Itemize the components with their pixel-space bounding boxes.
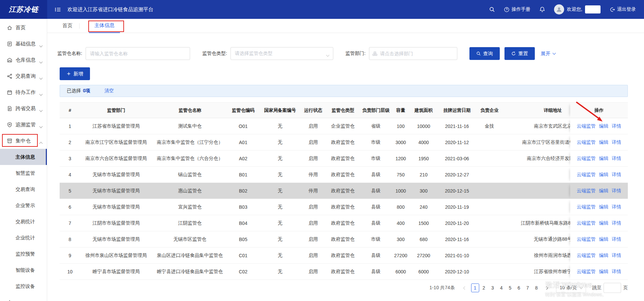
action-detail-link[interactable]: 详情 xyxy=(612,139,621,145)
action-cloud-supervision-link[interactable]: 云端监管 xyxy=(577,123,596,129)
page-jump-input[interactable] xyxy=(604,283,621,293)
action-cloud-supervision-link[interactable]: 云端监管 xyxy=(577,188,596,193)
action-detail-link[interactable]: 详情 xyxy=(612,123,621,129)
sidebar-item-trace-supervision[interactable]: 追溯监管 xyxy=(0,116,47,133)
action-cloud-supervision-link[interactable]: 云端监管 xyxy=(577,269,596,274)
sidebar-item-cross-province[interactable]: 跨省交易 xyxy=(0,100,47,116)
sidebar-item-basic-info[interactable]: 基础信息 xyxy=(0,36,47,52)
action-detail-link[interactable]: 详情 xyxy=(612,236,621,242)
sidebar-subitem-监控预警[interactable]: 监控预警 xyxy=(0,246,47,262)
sidebar-subitem-企业统计[interactable]: 企业统计 xyxy=(0,230,47,246)
table-row[interactable]: 2南京市江宁区市场监督管理局南京市集中监管仓（江宁分仓）A01无启用政府监管仓市… xyxy=(60,134,628,150)
next-page-button[interactable] xyxy=(543,283,551,292)
table-row[interactable]: 4无锡市市场监督管理局锡山监管仓B01无停用政府监管仓县级7502102020-… xyxy=(60,167,628,183)
list-icon xyxy=(7,41,12,47)
page-button-8[interactable]: 8 xyxy=(532,283,541,292)
sidebar-subitem-交易统计[interactable]: 交易统计 xyxy=(0,213,47,230)
action-edit-link[interactable]: 编辑 xyxy=(599,156,609,161)
sidebar-item-warehouse-info[interactable]: 仓库信息 xyxy=(0,52,47,68)
table-scroll-container[interactable]: #监管部门监管仓名称监管仓编码国家局备案编号运行状态监管仓类型负责部门层级容量建… xyxy=(60,102,628,280)
add-button[interactable]: 新增 xyxy=(60,67,90,80)
tab-home[interactable]: 首页 xyxy=(57,19,78,33)
page-button-4[interactable]: 4 xyxy=(497,283,505,292)
sidebar-subitem-主体信息[interactable]: 主体信息 xyxy=(0,149,47,165)
cell-7: 县级 xyxy=(361,183,391,199)
reset-button[interactable]: 重置 xyxy=(504,47,535,60)
action-cloud-supervision-link[interactable]: 云端监管 xyxy=(577,156,596,161)
action-edit-link[interactable]: 编辑 xyxy=(599,123,609,129)
cell-9: 4000 xyxy=(411,134,436,150)
table-row[interactable]: 9徐州市泉山区市场监督管理局泉山区进口冷链食品集中监管仓C01无启用政府监管仓县… xyxy=(60,247,628,264)
page-button-6[interactable]: 6 xyxy=(515,283,523,292)
sidebar-item-trade-query[interactable]: 交易查询 xyxy=(0,68,47,84)
table-row[interactable]: 10睢宁县市场监督管理局睢宁县进口冷链食品集中监管仓C02无启用政府监管仓县级6… xyxy=(60,264,628,280)
table-row[interactable]: 3南京市六合区市场监督管理局南京市集中监管仓（六合分仓）A02无启用政府监管仓市… xyxy=(60,150,628,167)
cell-10: 2020-11-12 xyxy=(436,134,478,150)
action-cloud-supervision-link[interactable]: 云端监管 xyxy=(577,204,596,209)
sidebar-subitem-监控设备[interactable]: 监控设备 xyxy=(0,278,47,294)
action-cloud-supervision-link[interactable]: 云端监管 xyxy=(577,172,596,177)
action-detail-link[interactable]: 详情 xyxy=(612,220,621,226)
action-edit-link[interactable]: 编辑 xyxy=(599,172,609,177)
logout-button[interactable]: 退出登录 xyxy=(609,6,636,12)
manual-link[interactable]: 操作手册 xyxy=(504,6,530,12)
page-button-3[interactable]: 3 xyxy=(489,283,497,292)
cell-6: 政府监管仓 xyxy=(325,231,361,247)
action-detail-link[interactable]: 详情 xyxy=(612,172,621,177)
action-detail-link[interactable]: 详情 xyxy=(612,156,621,161)
table-row[interactable]: 8无锡市市场监督管理局无锡市区监管仓B05无启用政府监管仓市级300680202… xyxy=(60,231,628,247)
prev-page-button[interactable] xyxy=(461,283,469,292)
table-row[interactable]: 5无锡市市场监督管理局惠山监管仓B02无停用政府监管仓县级10003002020… xyxy=(60,183,628,199)
action-edit-link[interactable]: 编辑 xyxy=(599,253,609,258)
action-detail-link[interactable]: 详情 xyxy=(612,253,621,258)
page-button-1[interactable]: 1 xyxy=(471,283,479,292)
action-edit-link[interactable]: 编辑 xyxy=(599,236,609,242)
sidebar-item-central-warehouse[interactable]: 集中仓 xyxy=(0,133,47,149)
app-logo[interactable]: 江苏冷链 xyxy=(0,0,47,19)
sidebar-subitem-企业警示[interactable]: 企业警示 xyxy=(0,197,47,213)
department-label: 监管部门: xyxy=(345,51,366,57)
search-icon[interactable] xyxy=(489,6,495,12)
action-cloud-supervision-link[interactable]: 云端监管 xyxy=(577,139,596,145)
table-row[interactable]: 6无锡市市场监督管理局宜兴监管仓B03无启用政府监管仓县级8002402020-… xyxy=(60,199,628,215)
action-cloud-supervision-link[interactable]: 云端监管 xyxy=(577,236,596,242)
table-header-row: #监管部门监管仓名称监管仓编码国家局备案编号运行状态监管仓类型负责部门层级容量建… xyxy=(60,102,628,118)
page-button-2[interactable]: 2 xyxy=(480,283,488,292)
action-edit-link[interactable]: 编辑 xyxy=(599,188,609,193)
warehouse-type-select[interactable]: 请选择监管仓类型 xyxy=(231,47,333,60)
expand-label: 展开 xyxy=(541,51,551,57)
table-row[interactable]: 1江苏省市场监督管理局测试集中仓O01无启用企业监管仓省级10010000202… xyxy=(60,118,628,134)
sidebar-item-more[interactable] xyxy=(0,294,47,301)
column-header-4: 国家局备案编号 xyxy=(258,102,302,118)
action-detail-link[interactable]: 详情 xyxy=(612,204,621,209)
action-edit-link[interactable]: 编辑 xyxy=(599,220,609,226)
table-row[interactable]: 7江阴市市场监督管理局江阴监管仓B04无启用政府监管仓县级40015002020… xyxy=(60,215,628,231)
clear-selection-link[interactable]: 清空 xyxy=(104,88,114,94)
tab-subject-info[interactable]: 主体信息 xyxy=(89,19,120,33)
cell-5: 启用 xyxy=(302,150,325,167)
cell-11 xyxy=(478,167,501,183)
action-detail-link[interactable]: 详情 xyxy=(612,269,621,274)
sidebar-item-todo-work[interactable]: 待办工作 xyxy=(0,84,47,100)
search-button-label: 查询 xyxy=(483,51,493,57)
sidebar-subitem-交易查询[interactable]: 交易查询 xyxy=(0,181,47,197)
sidebar-subitem-智慧监管[interactable]: 智慧监管 xyxy=(0,165,47,181)
menu-collapse-icon[interactable] xyxy=(55,7,61,12)
sidebar-subitem-智能设备[interactable]: 智能设备 xyxy=(0,262,47,278)
action-edit-link[interactable]: 编辑 xyxy=(599,204,609,209)
action-detail-link[interactable]: 详情 xyxy=(612,188,621,193)
page-button-5[interactable]: 5 xyxy=(506,283,514,292)
action-cloud-supervision-link[interactable]: 云端监管 xyxy=(577,220,596,226)
action-edit-link[interactable]: 编辑 xyxy=(599,139,609,145)
department-input[interactable] xyxy=(369,47,457,60)
expand-filters-link[interactable]: 展开 xyxy=(541,51,555,57)
action-edit-link[interactable]: 编辑 xyxy=(599,269,609,274)
search-button[interactable]: 查询 xyxy=(469,47,500,60)
page-button-7[interactable]: 7 xyxy=(524,283,532,292)
sidebar-item-home[interactable]: 首页 xyxy=(0,20,47,36)
page-size-select[interactable]: 10 条/页 xyxy=(556,283,586,293)
bell-icon[interactable] xyxy=(539,6,545,12)
action-cloud-supervision-link[interactable]: 云端监管 xyxy=(577,253,596,258)
warehouse-name-input[interactable] xyxy=(86,47,190,60)
avatar[interactable] xyxy=(554,4,564,14)
